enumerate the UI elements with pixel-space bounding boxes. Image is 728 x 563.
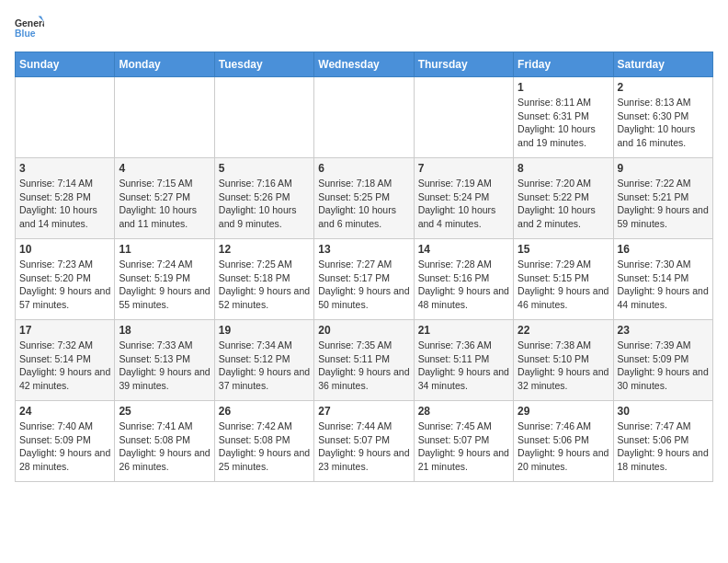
calendar-cell: 2Sunrise: 8:13 AM Sunset: 6:30 PM Daylig… — [613, 77, 712, 158]
day-number: 15 — [518, 243, 609, 256]
calendar-cell — [314, 77, 414, 158]
calendar-cell: 1Sunrise: 8:11 AM Sunset: 6:31 PM Daylig… — [514, 77, 613, 158]
calendar-cell: 22Sunrise: 7:38 AM Sunset: 5:10 PM Dayli… — [514, 320, 613, 401]
svg-text:General: General — [15, 18, 44, 29]
day-number: 25 — [119, 405, 210, 418]
calendar-cell — [16, 77, 115, 158]
day-info: Sunrise: 7:15 AM Sunset: 5:27 PM Dayligh… — [119, 177, 210, 231]
calendar-cell: 6Sunrise: 7:18 AM Sunset: 5:25 PM Daylig… — [314, 158, 414, 239]
day-number: 21 — [418, 324, 509, 337]
day-info: Sunrise: 7:40 AM Sunset: 5:09 PM Dayligh… — [19, 419, 110, 474]
day-info: Sunrise: 8:13 AM Sunset: 6:30 PM Dayligh… — [618, 96, 709, 150]
day-number: 7 — [418, 162, 509, 175]
day-info: Sunrise: 7:45 AM Sunset: 5:07 PM Dayligh… — [418, 419, 509, 474]
day-info: Sunrise: 7:25 AM Sunset: 5:18 PM Dayligh… — [219, 258, 310, 312]
logo: General Blue — [15, 15, 44, 40]
calendar-cell: 10Sunrise: 7:23 AM Sunset: 5:20 PM Dayli… — [16, 239, 115, 320]
day-number: 28 — [418, 405, 509, 418]
day-number: 29 — [518, 405, 609, 418]
day-number: 6 — [318, 162, 409, 175]
calendar-cell: 16Sunrise: 7:30 AM Sunset: 5:14 PM Dayli… — [613, 239, 712, 320]
day-info: Sunrise: 7:23 AM Sunset: 5:20 PM Dayligh… — [19, 258, 110, 312]
day-number: 23 — [618, 324, 709, 337]
calendar-cell: 25Sunrise: 7:41 AM Sunset: 5:08 PM Dayli… — [115, 401, 214, 482]
day-info: Sunrise: 7:44 AM Sunset: 5:07 PM Dayligh… — [318, 419, 409, 474]
day-number: 27 — [318, 405, 409, 418]
calendar-cell: 13Sunrise: 7:27 AM Sunset: 5:17 PM Dayli… — [314, 239, 414, 320]
day-info: Sunrise: 7:35 AM Sunset: 5:11 PM Dayligh… — [318, 339, 409, 393]
weekday-header: Tuesday — [214, 52, 313, 77]
day-info: Sunrise: 7:28 AM Sunset: 5:16 PM Dayligh… — [418, 258, 509, 312]
calendar-cell: 26Sunrise: 7:42 AM Sunset: 5:08 PM Dayli… — [214, 401, 313, 482]
calendar-cell — [214, 77, 313, 158]
calendar-week-row: 3Sunrise: 7:14 AM Sunset: 5:28 PM Daylig… — [16, 158, 713, 239]
day-number: 8 — [518, 162, 609, 175]
svg-text:Blue: Blue — [15, 29, 36, 39]
day-number: 19 — [219, 324, 310, 337]
day-number: 18 — [119, 324, 210, 337]
calendar-cell — [115, 77, 214, 158]
weekday-header: Monday — [115, 52, 214, 77]
calendar-cell: 28Sunrise: 7:45 AM Sunset: 5:07 PM Dayli… — [414, 401, 513, 482]
day-info: Sunrise: 7:32 AM Sunset: 5:14 PM Dayligh… — [19, 339, 110, 393]
day-number: 22 — [518, 324, 609, 337]
calendar-cell: 12Sunrise: 7:25 AM Sunset: 5:18 PM Dayli… — [214, 239, 313, 320]
day-info: Sunrise: 7:38 AM Sunset: 5:10 PM Dayligh… — [518, 339, 609, 393]
logo-icon: General Blue — [15, 15, 44, 40]
calendar-cell: 17Sunrise: 7:32 AM Sunset: 5:14 PM Dayli… — [16, 320, 115, 401]
calendar-cell: 27Sunrise: 7:44 AM Sunset: 5:07 PM Dayli… — [314, 401, 414, 482]
day-number: 3 — [19, 162, 110, 175]
weekday-header: Friday — [514, 52, 613, 77]
day-number: 12 — [219, 243, 310, 256]
calendar-week-row: 17Sunrise: 7:32 AM Sunset: 5:14 PM Dayli… — [16, 320, 713, 401]
calendar-cell: 21Sunrise: 7:36 AM Sunset: 5:11 PM Dayli… — [414, 320, 513, 401]
day-number: 16 — [618, 243, 709, 256]
calendar-cell: 14Sunrise: 7:28 AM Sunset: 5:16 PM Dayli… — [414, 239, 513, 320]
day-info: Sunrise: 7:16 AM Sunset: 5:26 PM Dayligh… — [219, 177, 310, 231]
calendar-cell: 8Sunrise: 7:20 AM Sunset: 5:22 PM Daylig… — [514, 158, 613, 239]
day-number: 1 — [518, 81, 609, 94]
day-number: 10 — [19, 243, 110, 256]
calendar-table: SundayMondayTuesdayWednesdayThursdayFrid… — [15, 52, 713, 482]
calendar-cell: 18Sunrise: 7:33 AM Sunset: 5:13 PM Dayli… — [115, 320, 214, 401]
day-info: Sunrise: 7:29 AM Sunset: 5:15 PM Dayligh… — [518, 258, 609, 312]
day-info: Sunrise: 7:14 AM Sunset: 5:28 PM Dayligh… — [19, 177, 110, 231]
day-number: 2 — [618, 81, 709, 94]
day-info: Sunrise: 7:30 AM Sunset: 5:14 PM Dayligh… — [618, 258, 709, 312]
day-info: Sunrise: 7:42 AM Sunset: 5:08 PM Dayligh… — [219, 419, 310, 474]
calendar-week-row: 10Sunrise: 7:23 AM Sunset: 5:20 PM Dayli… — [16, 239, 713, 320]
day-number: 24 — [19, 405, 110, 418]
day-number: 20 — [318, 324, 409, 337]
calendar-cell: 15Sunrise: 7:29 AM Sunset: 5:15 PM Dayli… — [514, 239, 613, 320]
calendar-cell: 3Sunrise: 7:14 AM Sunset: 5:28 PM Daylig… — [16, 158, 115, 239]
day-info: Sunrise: 7:36 AM Sunset: 5:11 PM Dayligh… — [418, 339, 509, 393]
day-number: 11 — [119, 243, 210, 256]
day-number: 17 — [19, 324, 110, 337]
day-info: Sunrise: 7:24 AM Sunset: 5:19 PM Dayligh… — [119, 258, 210, 312]
day-info: Sunrise: 7:27 AM Sunset: 5:17 PM Dayligh… — [318, 258, 409, 312]
day-number: 14 — [418, 243, 509, 256]
calendar-cell: 9Sunrise: 7:22 AM Sunset: 5:21 PM Daylig… — [613, 158, 712, 239]
day-info: Sunrise: 7:47 AM Sunset: 5:06 PM Dayligh… — [618, 419, 709, 474]
weekday-header: Saturday — [613, 52, 712, 77]
day-number: 26 — [219, 405, 310, 418]
day-number: 9 — [618, 162, 709, 175]
day-info: Sunrise: 7:33 AM Sunset: 5:13 PM Dayligh… — [119, 339, 210, 393]
calendar-cell: 23Sunrise: 7:39 AM Sunset: 5:09 PM Dayli… — [613, 320, 712, 401]
calendar-cell: 30Sunrise: 7:47 AM Sunset: 5:06 PM Dayli… — [613, 401, 712, 482]
calendar-week-row: 24Sunrise: 7:40 AM Sunset: 5:09 PM Dayli… — [16, 401, 713, 482]
day-info: Sunrise: 7:46 AM Sunset: 5:06 PM Dayligh… — [518, 419, 609, 474]
calendar-cell: 20Sunrise: 7:35 AM Sunset: 5:11 PM Dayli… — [314, 320, 414, 401]
page-header: General Blue — [15, 15, 713, 40]
day-info: Sunrise: 7:34 AM Sunset: 5:12 PM Dayligh… — [219, 339, 310, 393]
calendar-week-row: 1Sunrise: 8:11 AM Sunset: 6:31 PM Daylig… — [16, 77, 713, 158]
calendar-cell: 7Sunrise: 7:19 AM Sunset: 5:24 PM Daylig… — [414, 158, 513, 239]
day-number: 4 — [119, 162, 210, 175]
calendar-cell: 29Sunrise: 7:46 AM Sunset: 5:06 PM Dayli… — [514, 401, 613, 482]
day-info: Sunrise: 7:22 AM Sunset: 5:21 PM Dayligh… — [618, 177, 709, 231]
calendar-cell: 5Sunrise: 7:16 AM Sunset: 5:26 PM Daylig… — [214, 158, 313, 239]
calendar-cell: 24Sunrise: 7:40 AM Sunset: 5:09 PM Dayli… — [16, 401, 115, 482]
day-info: Sunrise: 8:11 AM Sunset: 6:31 PM Dayligh… — [518, 96, 609, 150]
weekday-header: Wednesday — [314, 52, 414, 77]
day-info: Sunrise: 7:20 AM Sunset: 5:22 PM Dayligh… — [518, 177, 609, 231]
